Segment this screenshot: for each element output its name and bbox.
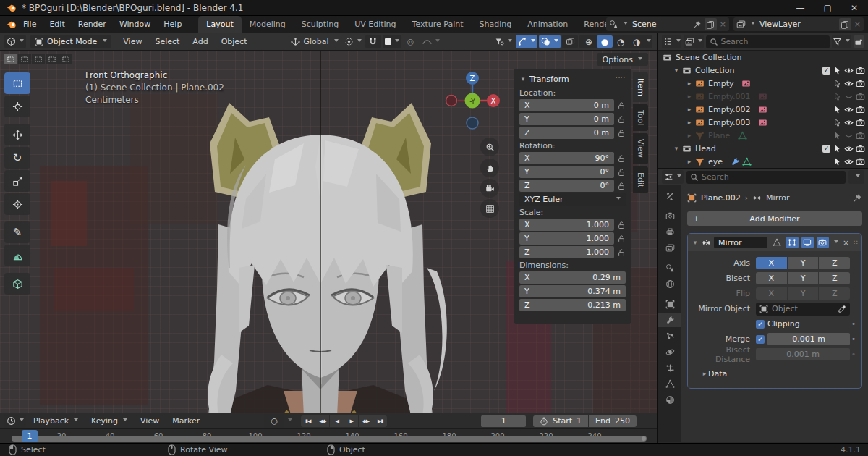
- shading-solid-button[interactable]: ●: [597, 35, 613, 48]
- tab-world-icon[interactable]: [658, 277, 681, 291]
- pivot-dropdown[interactable]: [342, 35, 364, 48]
- menu-help[interactable]: Help: [157, 20, 188, 29]
- lock-open-icon[interactable]: [617, 182, 626, 190]
- expand-icon[interactable]: ▸: [686, 93, 693, 100]
- move-tool[interactable]: [4, 124, 30, 145]
- eye-closed-icon[interactable]: [844, 92, 854, 101]
- selectable-icon[interactable]: [833, 131, 842, 140]
- new-scene-button[interactable]: [705, 18, 717, 30]
- rotation-y-field[interactable]: Y0°: [519, 166, 614, 178]
- object-visibility-dropdown[interactable]: [493, 35, 514, 48]
- menu-view[interactable]: View: [117, 37, 148, 46]
- filter-dropdown[interactable]: [832, 35, 851, 48]
- modifier-name-field[interactable]: Mirror: [714, 237, 767, 248]
- scale-tool[interactable]: [4, 170, 30, 192]
- tab-sculpting[interactable]: Sculpting: [294, 16, 346, 33]
- outliner-search[interactable]: [706, 35, 830, 48]
- selectable-icon[interactable]: [833, 79, 842, 88]
- dimension-z-field[interactable]: Z0.213 m: [519, 299, 626, 311]
- dimension-y-field[interactable]: Y0.374 m: [519, 285, 626, 297]
- lock-open-icon[interactable]: [617, 248, 626, 257]
- menu-add[interactable]: Add: [187, 37, 213, 46]
- outliner-row-plane[interactable]: ▸ Plane: [658, 129, 868, 142]
- rotate-tool[interactable]: ↻: [4, 147, 30, 169]
- selectable-icon[interactable]: [833, 105, 842, 114]
- outliner-row-empty-001[interactable]: ▸ Empty.001: [658, 90, 868, 103]
- proportional-edit-toggle[interactable]: ◎: [403, 35, 419, 48]
- axis-z-button[interactable]: Z: [819, 257, 850, 269]
- clipping-checkbox[interactable]: ✓: [756, 320, 765, 329]
- shading-wireframe-button[interactable]: ⊕: [581, 35, 597, 48]
- properties-search[interactable]: [686, 171, 846, 184]
- outliner-row-collection[interactable]: ▾ Collection ✓: [658, 64, 868, 77]
- gizmos-toggle[interactable]: [516, 35, 537, 48]
- auto-key-dropdown-icon[interactable]: [288, 418, 292, 423]
- overlays-toggle[interactable]: [539, 35, 561, 48]
- orthographic-toggle-button[interactable]: [480, 199, 499, 218]
- tab-output-icon[interactable]: [658, 225, 681, 239]
- selectable-icon[interactable]: [833, 66, 842, 75]
- tab-item[interactable]: Item: [633, 72, 648, 102]
- camera-icon[interactable]: [856, 105, 865, 114]
- expand-icon[interactable]: ▸: [686, 132, 693, 139]
- select-invert-button[interactable]: [46, 54, 59, 64]
- options-button[interactable]: Options: [597, 53, 648, 66]
- rotation-z-field[interactable]: Z0°: [519, 180, 614, 192]
- camera-icon[interactable]: [856, 92, 865, 101]
- camera-icon[interactable]: [856, 131, 865, 140]
- outliner-display-mode[interactable]: [684, 35, 703, 48]
- breadcrumb-object[interactable]: Plane.002: [701, 193, 741, 203]
- pin-icon[interactable]: [853, 193, 862, 203]
- timeline-editor-button[interactable]: [4, 414, 26, 428]
- measure-tool[interactable]: [4, 245, 30, 266]
- drag-grip-icon[interactable]: ∷∷: [616, 75, 626, 83]
- tab-texture-paint[interactable]: Texture Paint: [404, 16, 472, 33]
- render-toggle[interactable]: [817, 237, 829, 248]
- timeline-scrollbar[interactable]: [12, 436, 647, 442]
- location-z-field[interactable]: Z0 m: [519, 127, 614, 139]
- animate-dot[interactable]: •: [850, 350, 857, 359]
- next-keyframe-button[interactable]: ◆▶: [359, 415, 373, 427]
- collapse-icon[interactable]: ▾: [673, 67, 680, 74]
- lock-open-icon[interactable]: [617, 154, 626, 163]
- lock-open-icon[interactable]: [617, 129, 626, 138]
- mirror-object-field[interactable]: Object: [756, 303, 850, 316]
- animate-dot[interactable]: •: [850, 319, 857, 329]
- merge-checkbox[interactable]: ✓: [756, 335, 765, 344]
- cursor-tool[interactable]: [4, 96, 30, 117]
- tab-animation[interactable]: Animation: [519, 16, 576, 33]
- axis-x-button[interactable]: X: [756, 257, 787, 269]
- lock-open-icon[interactable]: [617, 221, 626, 229]
- snap-with-dropdown[interactable]: [383, 35, 401, 48]
- tab-shading[interactable]: Shading: [472, 16, 520, 33]
- lock-open-icon[interactable]: [617, 235, 626, 243]
- menu-window[interactable]: Window: [113, 20, 157, 29]
- tab-uv-editing[interactable]: UV Editing: [346, 16, 404, 33]
- collapse-icon[interactable]: ▾: [519, 75, 527, 83]
- breadcrumb-modifier[interactable]: Mirror: [766, 193, 789, 203]
- tab-tool-icon[interactable]: [658, 189, 681, 203]
- falloff-dropdown[interactable]: [420, 35, 442, 48]
- flip-z-button[interactable]: Z: [819, 287, 850, 300]
- eye-icon[interactable]: [844, 157, 854, 166]
- play-button[interactable]: ▶: [344, 415, 358, 427]
- menu-select[interactable]: Select: [149, 37, 185, 46]
- expand-icon[interactable]: ▸: [686, 158, 693, 165]
- camera-icon[interactable]: [856, 144, 865, 153]
- lock-open-icon[interactable]: [617, 115, 626, 124]
- annotate-tool[interactable]: ✎: [4, 221, 30, 243]
- edit-mode-toggle[interactable]: [770, 237, 783, 248]
- location-y-field[interactable]: Y0 m: [519, 113, 614, 125]
- orientation-dropdown[interactable]: Global: [289, 35, 340, 48]
- tab-constraints-icon[interactable]: [658, 361, 681, 375]
- extras-dropdown-icon[interactable]: [834, 240, 838, 245]
- tab-scene-icon[interactable]: [658, 261, 681, 275]
- exclude-checkbox[interactable]: ✓: [822, 67, 830, 75]
- select-set-button[interactable]: [4, 54, 17, 64]
- zoom-button[interactable]: [480, 138, 499, 156]
- select-subtract-button[interactable]: [32, 54, 45, 64]
- on-cage-toggle[interactable]: [786, 237, 798, 248]
- expand-icon[interactable]: ▸: [686, 80, 693, 87]
- properties-editor-button[interactable]: [662, 170, 684, 184]
- timeline-ruler[interactable]: 20 40 60 80 100 120 140 160 180 200 220 …: [0, 428, 657, 443]
